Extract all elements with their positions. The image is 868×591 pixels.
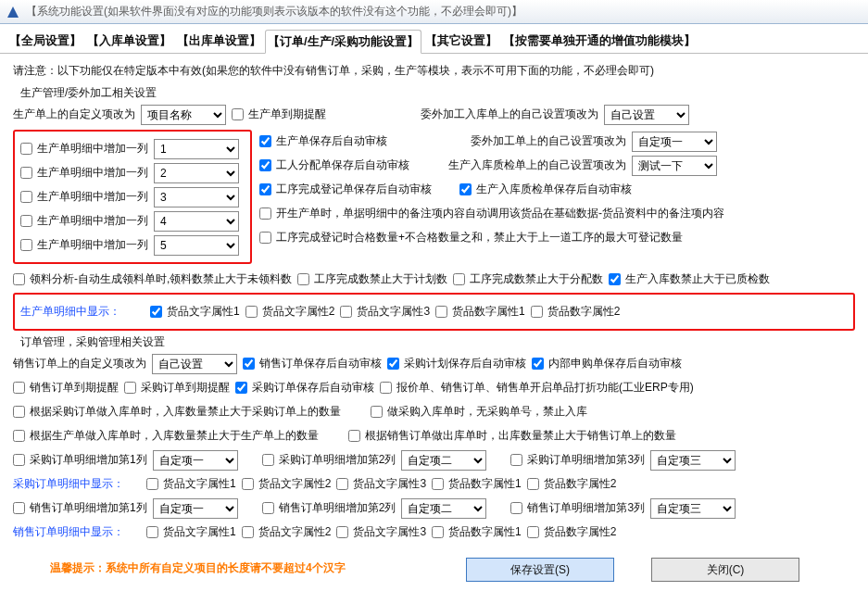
s2r2-c2[interactable]: 采购订单到期提醒: [124, 377, 230, 398]
s2r6-2[interactable]: 货品文字属性2: [242, 473, 332, 495]
redbox-show: 生产单明细中显示： 货品文字属性1 货品文字属性2 货品文字属性3 货品数字属性…: [13, 293, 855, 331]
s2r7-c2[interactable]: 销售订单明细增加第2列: [262, 497, 396, 519]
s2r5-c2[interactable]: 采购订单明细增加第2列: [262, 449, 396, 471]
s2r6-5[interactable]: 货品数字属性2: [527, 473, 617, 495]
show-attr1[interactable]: 货品文字属性1: [150, 301, 240, 322]
show-attr4[interactable]: 货品数字属性1: [435, 301, 525, 322]
section1-title: 生产管理/委外加工相关设置: [20, 85, 855, 101]
addcol-1[interactable]: 生产单明细中增加一列: [20, 138, 148, 159]
s2r8-label[interactable]: 销售订单明细中显示：: [13, 522, 124, 543]
s2r7-s2[interactable]: 自定项二: [401, 498, 486, 519]
tabbar: 【全局设置】 【入库单设置】 【出库单设置】 【订单/生产/采购功能设置】 【其…: [0, 24, 868, 54]
r2-select[interactable]: 测试一下: [632, 156, 717, 176]
app-icon: [6, 5, 20, 19]
s2r1-c3[interactable]: 内部申购单保存后自动审核: [532, 353, 682, 374]
s2r6-label[interactable]: 采购订单明细中显示：: [13, 473, 124, 495]
s2r7-c3[interactable]: 销售订单明细增加第3列: [510, 497, 645, 519]
tab-outbound[interactable]: 【出库单设置】: [175, 30, 263, 54]
chk-r3[interactable]: 工序完成登记单保存后自动审核: [259, 179, 432, 200]
s2r8-1[interactable]: 货品文字属性1: [146, 522, 236, 543]
s2r7-c1[interactable]: 销售订单明细增加第1列: [13, 497, 147, 519]
s2r8-2[interactable]: 货品文字属性2: [242, 522, 332, 543]
s2r5-c1[interactable]: 采购订单明细增加第1列: [13, 449, 147, 471]
chk-long3[interactable]: 工序完成数禁止大于分配数: [453, 269, 603, 290]
chk-r1[interactable]: 生产单保存后自动审核: [259, 131, 387, 152]
s2r5-s2[interactable]: 自定项二: [401, 450, 486, 471]
s2r8-4[interactable]: 货品数字属性1: [432, 522, 522, 543]
line1-label2: 委外加工入库单上的自己设置项改为: [421, 104, 598, 125]
tab-body: 请注意：以下功能仅在特定版本中有效(如果您的软件中没有销售订单，采购，生产等模块…: [0, 53, 868, 591]
chk-long4[interactable]: 生产入库数禁止大于已质检数: [609, 269, 770, 290]
r2-label: 生产入库质检单上的自己设置项改为: [448, 155, 626, 176]
s2r2-c3[interactable]: 采购订单保存后自动审核: [235, 377, 374, 398]
tab-inbound[interactable]: 【入库单设置】: [85, 30, 173, 54]
addcol-3[interactable]: 生产单明细中增加一列: [20, 186, 148, 207]
s2r3-c2[interactable]: 做采购入库单时，无采购单号，禁止入库: [371, 401, 587, 422]
chk-produce-due-remind[interactable]: 生产单到期提醒: [232, 104, 326, 125]
s2r6-3[interactable]: 货品文字属性3: [336, 473, 426, 495]
r1-label: 委外加工单上的自己设置项改为: [471, 131, 626, 152]
s2r5-s1[interactable]: 自定项一: [153, 450, 238, 471]
notice: 请注意：以下功能仅在特定版本中有效(如果您的软件中没有销售订单，采购，生产等模块…: [13, 60, 855, 82]
tab-global[interactable]: 【全局设置】: [7, 30, 83, 54]
s2r7-s1[interactable]: 自定项一: [153, 498, 238, 519]
chk-long2[interactable]: 工序完成数禁止大于计划数: [297, 269, 447, 290]
close-button[interactable]: 关闭(C): [651, 558, 799, 582]
hint-text: 温馨提示：系统中所有自定义项目的长度请不要超过4个汉字: [50, 560, 346, 576]
show-attr2[interactable]: 货品文字属性2: [245, 301, 335, 322]
r1-select[interactable]: 自定项一: [632, 132, 717, 152]
show-label-link[interactable]: 生产单明细中显示：: [20, 301, 120, 322]
chk-r3b[interactable]: 生产入库质检单保存后自动审核: [459, 179, 632, 200]
s2r2-c1[interactable]: 销售订单到期提醒: [13, 377, 119, 398]
tab-order-production[interactable]: 【订单/生产/采购功能设置】: [265, 30, 421, 54]
addcol-4-select[interactable]: 4: [154, 211, 239, 232]
s2r4-c1[interactable]: 根据生产单做入库单时，入库数量禁止大于生产单上的数量: [13, 425, 319, 446]
addcol-2[interactable]: 生产单明细中增加一列: [20, 162, 148, 183]
addcol-4[interactable]: 生产单明细中增加一列: [20, 210, 148, 232]
show-attr5[interactable]: 货品数字属性2: [531, 301, 621, 322]
s2r6-1[interactable]: 货品文字属性1: [146, 473, 236, 495]
s2r3-c1[interactable]: 根据采购订单做入库单时，入库数量禁止大于采购订单上的数量: [13, 401, 341, 422]
line1-label1: 生产单上的自定义项改为: [13, 104, 135, 125]
line1-select1[interactable]: 项目名称: [141, 105, 226, 125]
chk-r2[interactable]: 工人分配单保存后自动审核: [259, 155, 409, 176]
s2r6-4[interactable]: 货品数字属性1: [432, 473, 522, 495]
s2r8-3[interactable]: 货品文字属性3: [336, 522, 426, 543]
section2-title: 订单管理，采购管理相关设置: [20, 334, 855, 350]
line1-select2[interactable]: 自己设置: [604, 105, 689, 125]
tab-other[interactable]: 【其它设置】: [423, 30, 499, 54]
addcol-1-select[interactable]: 1: [154, 139, 239, 159]
chk-r5[interactable]: 工序完成登记时合格数量+不合格数量之和，禁止大于上一道工序的最大可登记数量: [259, 227, 683, 248]
redbox-addcols: 生产单明细中增加一列1 生产单明细中增加一列2 生产单明细中增加一列3 生产单明…: [13, 130, 252, 264]
window-title: 【系统功能设置(如果软件界面没有对应的功能项则表示该版本的软件没有这个功能，不必…: [26, 4, 522, 19]
s2r4-c2[interactable]: 根据销售订单做出库单时，出库数量禁止大于销售订单上的数量: [348, 425, 676, 446]
s2r1-c2[interactable]: 采购计划保存后自动审核: [387, 353, 526, 374]
chk-long1[interactable]: 领料分析-自动生成领料单时,领料数禁止大于未领料数: [13, 269, 292, 290]
s2r8-5[interactable]: 货品数字属性2: [527, 522, 617, 543]
s2r1-label: 销售订单上的自定义项改为: [13, 353, 146, 374]
addcol-2-select[interactable]: 2: [154, 163, 239, 183]
addcol-5[interactable]: 生产单明细中增加一列: [20, 234, 148, 256]
s2r5-s3[interactable]: 自定项三: [650, 450, 736, 471]
addcol-5-select[interactable]: 5: [154, 235, 239, 256]
addcol-3-select[interactable]: 3: [154, 187, 239, 207]
s2r2-c4[interactable]: 报价单、销售订单、销售单开启单品打折功能(工业ERP专用): [380, 377, 694, 398]
tab-addons[interactable]: 【按需要单独开通的增值功能模块】: [501, 30, 698, 54]
s2r7-s3[interactable]: 自定项三: [650, 498, 736, 519]
save-button[interactable]: 保存设置(S): [466, 558, 614, 582]
chk-r4[interactable]: 开生产单时，单据明细中的备注项内容自动调用该货品在基础数据-货品资料中的备注项内…: [259, 203, 724, 224]
s2r1-c1[interactable]: 销售订单保存后自动审核: [243, 353, 382, 374]
show-attr3[interactable]: 货品文字属性3: [340, 301, 430, 322]
s2r1-select[interactable]: 自己设置: [152, 354, 237, 374]
window-titlebar: 【系统功能设置(如果软件界面没有对应的功能项则表示该版本的软件没有这个功能，不必…: [0, 0, 868, 24]
s2r5-c3[interactable]: 采购订单明细增加第3列: [510, 449, 645, 471]
